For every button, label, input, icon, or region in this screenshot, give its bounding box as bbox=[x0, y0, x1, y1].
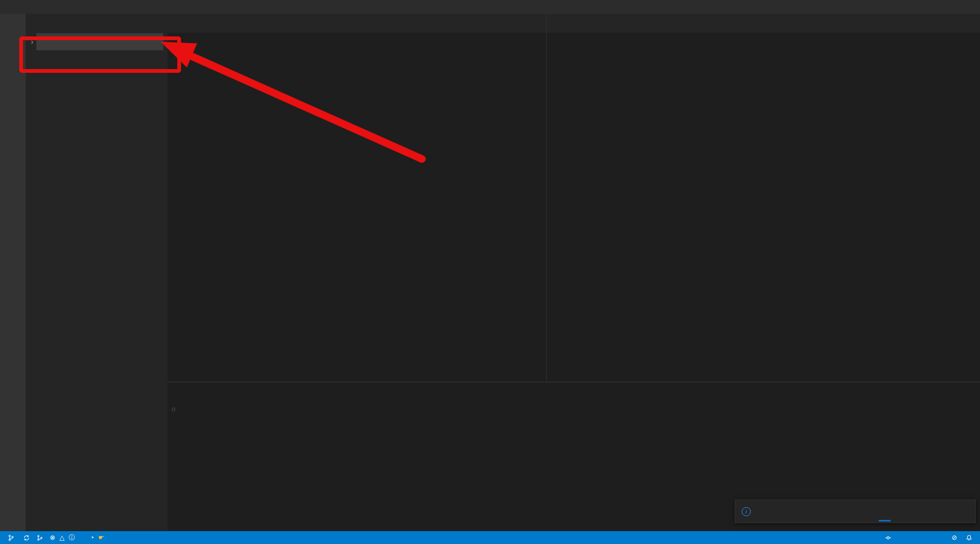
code-editor-left[interactable] bbox=[168, 44, 546, 382]
activity-bar bbox=[0, 14, 26, 531]
prettier-icon: ⊘ bbox=[952, 534, 957, 541]
tabnine-item[interactable]: ◔☛ bbox=[87, 534, 107, 541]
overview-ruler-left[interactable] bbox=[539, 44, 546, 382]
status-bar: ⊗ △ ⓘ ◔☛ ⊘ bbox=[0, 531, 980, 544]
error-icon: ⊗ bbox=[50, 534, 55, 541]
sync-button[interactable] bbox=[20, 534, 33, 541]
panel-tab-bar bbox=[168, 382, 980, 401]
editor-group-right bbox=[546, 14, 980, 382]
sidebar-header bbox=[26, 14, 168, 31]
warning-icon: △ bbox=[59, 534, 64, 541]
search-sidebar: › bbox=[26, 14, 168, 531]
terminal-content[interactable]: ○ bbox=[168, 401, 980, 412]
overview-ruler-right[interactable] bbox=[975, 44, 980, 382]
problems-indicator[interactable]: ⊗ △ ⓘ bbox=[47, 533, 80, 542]
menu-bar bbox=[0, 0, 980, 14]
blame-item[interactable] bbox=[881, 534, 897, 541]
command-decoration-icon: ○ bbox=[172, 406, 175, 412]
minimap-right[interactable] bbox=[936, 44, 975, 382]
search-input[interactable] bbox=[36, 33, 163, 50]
notification-toast[interactable]: i bbox=[735, 500, 976, 523]
prettier-item[interactable]: ⊘ bbox=[948, 534, 962, 541]
tabnine-icon: ◔ bbox=[90, 534, 94, 541]
code-editor-right[interactable] bbox=[547, 44, 980, 382]
editor-group-left bbox=[168, 14, 546, 382]
minimap-left[interactable] bbox=[505, 44, 539, 382]
notifications-bell-button[interactable] bbox=[962, 534, 976, 541]
notification-info-icon: i bbox=[742, 507, 751, 516]
info-icon: ⓘ bbox=[69, 533, 75, 542]
hand-emoji-icon: ☛ bbox=[99, 534, 104, 541]
gitlens-compare-button[interactable] bbox=[33, 534, 47, 541]
tab-bar-left bbox=[168, 14, 546, 33]
results-summary bbox=[26, 50, 168, 58]
breadcrumb-right bbox=[547, 33, 980, 44]
tab-bar-right bbox=[547, 14, 980, 33]
notification-progress-bar bbox=[879, 520, 891, 522]
toggle-replace-icon[interactable]: › bbox=[28, 37, 36, 46]
git-branch-item[interactable] bbox=[4, 534, 20, 541]
vscode-window: › ○ bbox=[0, 0, 980, 544]
breadcrumb-left bbox=[168, 33, 546, 44]
